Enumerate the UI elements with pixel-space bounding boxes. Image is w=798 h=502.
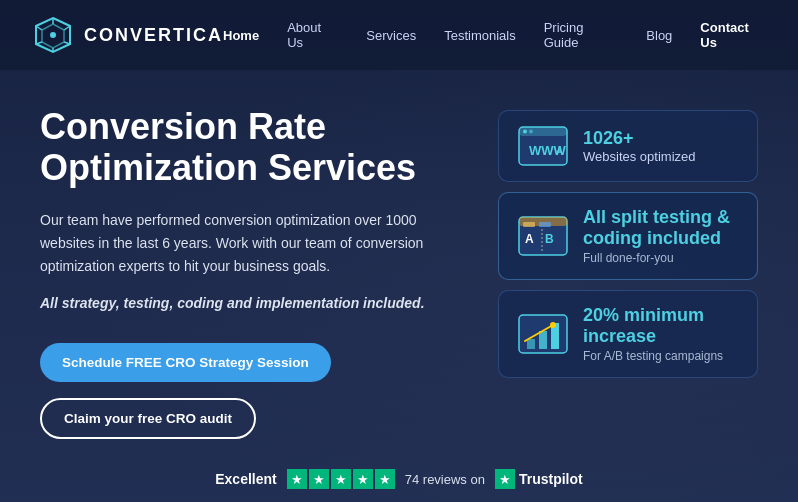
svg-point-12 — [529, 130, 533, 134]
svg-rect-17 — [539, 222, 551, 227]
stat-value-split2: coding included — [583, 228, 730, 249]
svg-rect-23 — [539, 331, 547, 349]
stat-label-increase: For A/B testing campaigns — [583, 349, 723, 363]
stat-value-increase: 20% minimum — [583, 305, 723, 326]
stat-value-increase2: increase — [583, 326, 723, 347]
svg-text:B: B — [545, 232, 554, 246]
trustpilot-logo-star: ★ — [495, 469, 515, 489]
hero-left: Conversion Rate Optimization Services Ou… — [40, 106, 458, 439]
hero-section: Conversion Rate Optimization Services Ou… — [0, 70, 798, 459]
stat-label-split: Full done-for-you — [583, 251, 730, 265]
stat-card-split: A B All split testing & coding included … — [498, 192, 758, 280]
star-1: ★ — [287, 469, 307, 489]
svg-rect-16 — [523, 222, 535, 227]
nav-pricing[interactable]: Pricing Guide — [544, 20, 619, 50]
navbar: CONVERTICA Home About Us Services Testim… — [0, 0, 798, 70]
nav-testimonials[interactable]: Testimonials — [444, 28, 516, 43]
logo: CONVERTICA — [32, 14, 223, 56]
trustpilot-stars: ★ ★ ★ ★ ★ — [287, 469, 395, 489]
stat-text-increase: 20% minimum increase For A/B testing cam… — [583, 305, 723, 363]
stat-text-split: All split testing & coding included Full… — [583, 207, 730, 265]
chart-icon — [517, 313, 569, 355]
star-4: ★ — [353, 469, 373, 489]
nav-links: Home About Us Services Testimonials Pric… — [223, 20, 766, 50]
svg-point-2 — [50, 32, 56, 38]
trustpilot-excellent: Excellent — [215, 471, 276, 487]
claim-audit-button[interactable]: Claim your free CRO audit — [40, 398, 256, 439]
stat-card-websites: WWW 1026+ Websites optimized — [498, 110, 758, 182]
hero-buttons: Schedule FREE CRO Strategy Session Claim… — [40, 343, 458, 439]
nav-home[interactable]: Home — [223, 28, 259, 43]
trustpilot-bar: Excellent ★ ★ ★ ★ ★ 74 reviews on ★ Trus… — [0, 469, 798, 499]
nav-contact[interactable]: Contact Us — [700, 20, 766, 50]
svg-point-11 — [523, 130, 527, 134]
www-icon: WWW — [517, 125, 569, 167]
hero-title: Conversion Rate Optimization Services — [40, 106, 458, 189]
svg-text:A: A — [525, 232, 534, 246]
trustpilot-logo: ★ Trustpilot — [495, 469, 583, 489]
stat-label-websites: Websites optimized — [583, 149, 695, 164]
nav-about[interactable]: About Us — [287, 20, 338, 50]
schedule-cro-button[interactable]: Schedule FREE CRO Strategy Session — [40, 343, 331, 382]
stat-text-websites: 1026+ Websites optimized — [583, 128, 695, 164]
svg-point-25 — [550, 322, 556, 328]
hero-stats: WWW 1026+ Websites optimized A B All spl… — [498, 106, 758, 378]
trustpilot-review-count: 74 reviews on — [405, 472, 485, 487]
stat-value-split: All split testing & — [583, 207, 730, 228]
star-5: ★ — [375, 469, 395, 489]
star-2: ★ — [309, 469, 329, 489]
hero-description: Our team have performed conversion optim… — [40, 209, 458, 278]
nav-services[interactable]: Services — [366, 28, 416, 43]
hero-bold-text: All strategy, testing, coding and implem… — [40, 292, 458, 315]
ab-test-icon: A B — [517, 215, 569, 257]
stat-value-websites: 1026+ — [583, 128, 695, 149]
nav-blog[interactable]: Blog — [646, 28, 672, 43]
svg-rect-22 — [527, 339, 535, 349]
star-3: ★ — [331, 469, 351, 489]
stat-card-increase: 20% minimum increase For A/B testing cam… — [498, 290, 758, 378]
logo-icon — [32, 14, 74, 56]
brand-name: CONVERTICA — [84, 25, 223, 46]
trustpilot-brand: Trustpilot — [519, 471, 583, 487]
